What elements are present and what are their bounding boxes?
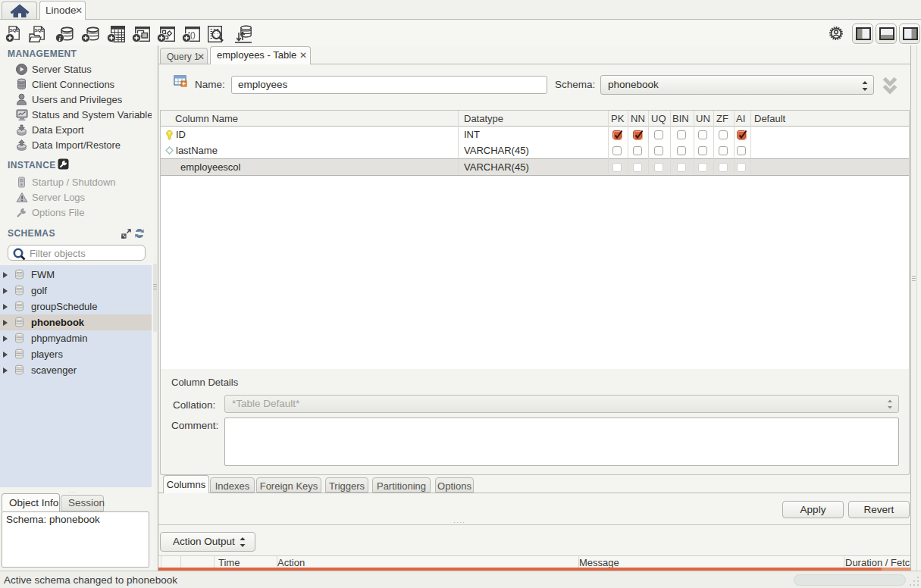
svg-text:SQL: SQL [35, 28, 45, 33]
svg-text:SQL: SQL [10, 28, 20, 33]
